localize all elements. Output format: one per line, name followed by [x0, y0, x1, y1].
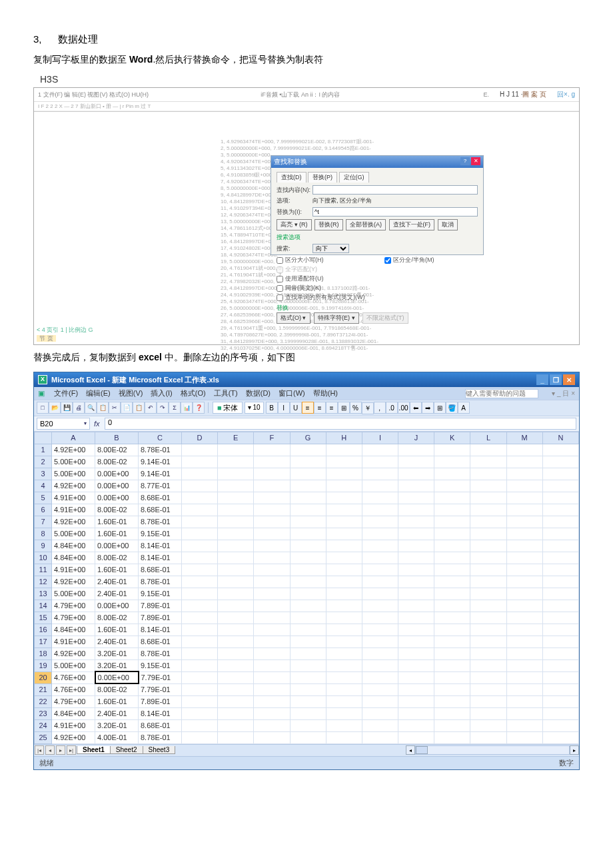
tab-nav-prev[interactable]: ◂ [45, 745, 55, 755]
cell[interactable]: 8.78E-01 [139, 731, 182, 743]
row-header[interactable]: 24 [35, 719, 52, 731]
cell[interactable] [434, 636, 470, 648]
cell[interactable] [542, 636, 578, 648]
cell[interactable]: 8.78E-01 [139, 516, 182, 528]
cell[interactable] [326, 588, 362, 600]
cell[interactable]: 4.91E+00 [52, 564, 95, 576]
cell[interactable] [182, 671, 218, 683]
format-icon[interactable]: ⊞ [338, 402, 350, 414]
cell[interactable] [182, 540, 218, 552]
cell[interactable]: 8.68E-01 [139, 636, 182, 648]
cell[interactable] [506, 659, 542, 671]
row-header[interactable]: 23 [35, 707, 52, 719]
cell[interactable] [398, 576, 434, 588]
font-size-select[interactable]: ▾ 10 [245, 402, 264, 414]
excel-grid[interactable]: ABCDEFGHIJKLMN 14.92E+008.00E-028.78E-01… [34, 432, 579, 744]
cell[interactable]: 8.00E-02 [95, 552, 139, 564]
cell[interactable] [434, 480, 470, 492]
cell[interactable]: 0.00E+00 [95, 492, 139, 504]
cell[interactable]: 0.00E+00 [95, 480, 139, 492]
cell[interactable] [254, 636, 290, 648]
format-icon[interactable]: A [458, 402, 470, 414]
cell[interactable] [470, 671, 506, 683]
cell[interactable] [254, 552, 290, 564]
cell[interactable] [542, 540, 578, 552]
cell[interactable]: 4.84E+00 [52, 540, 95, 552]
cell[interactable] [182, 444, 218, 456]
cell[interactable] [182, 695, 218, 707]
cell[interactable]: 8.14E-01 [139, 707, 182, 719]
tab-goto[interactable]: 定位(G) [339, 172, 369, 183]
cell[interactable] [254, 624, 290, 636]
cell[interactable] [506, 636, 542, 648]
cell[interactable] [362, 659, 398, 671]
toolbar-icon[interactable]: 🖨 [73, 402, 85, 414]
menu-item[interactable]: 数据(D) [246, 389, 271, 397]
cell[interactable] [362, 468, 398, 480]
cell[interactable]: 8.68E-01 [139, 504, 182, 516]
row-header[interactable]: 7 [35, 516, 52, 528]
cell[interactable] [398, 588, 434, 600]
cell[interactable] [434, 648, 470, 659]
cell[interactable] [362, 504, 398, 516]
col-header[interactable]: G [290, 432, 326, 444]
cell[interactable] [398, 659, 434, 671]
cell[interactable] [254, 516, 290, 528]
cell[interactable] [326, 624, 362, 636]
cell[interactable] [182, 492, 218, 504]
cell[interactable] [506, 624, 542, 636]
cell[interactable] [434, 683, 470, 695]
cell[interactable] [218, 600, 254, 612]
cell[interactable] [542, 468, 578, 480]
cell[interactable] [398, 695, 434, 707]
cell[interactable] [506, 648, 542, 659]
cell[interactable]: 4.91E+00 [52, 504, 95, 516]
cell[interactable]: 8.14E-01 [139, 624, 182, 636]
cell[interactable] [362, 492, 398, 504]
cell[interactable]: 8.68E-01 [139, 492, 182, 504]
cell[interactable] [506, 492, 542, 504]
cell[interactable]: 8.78E-01 [139, 648, 182, 659]
row-header[interactable]: 2 [35, 456, 52, 468]
cell[interactable] [182, 552, 218, 564]
cell[interactable]: 1.60E-01 [95, 695, 139, 707]
cell[interactable] [434, 516, 470, 528]
cell[interactable] [218, 659, 254, 671]
cell[interactable]: 8.78E-01 [139, 576, 182, 588]
format-icon[interactable]: U [290, 402, 302, 414]
format-icon[interactable]: ➡ [422, 402, 434, 414]
cell[interactable]: 4.91E+00 [52, 492, 95, 504]
row-header[interactable]: 4 [35, 480, 52, 492]
cell[interactable] [434, 504, 470, 516]
cell[interactable]: 4.92E+00 [52, 516, 95, 528]
cell[interactable] [290, 659, 326, 671]
cell[interactable]: 4.00E-01 [95, 731, 139, 743]
col-header[interactable]: F [254, 432, 290, 444]
cell[interactable] [182, 648, 218, 659]
col-header[interactable]: B [95, 432, 139, 444]
cell[interactable] [398, 671, 434, 683]
cell[interactable] [218, 671, 254, 683]
cell[interactable] [254, 576, 290, 588]
col-header[interactable]: L [470, 432, 506, 444]
row-header[interactable]: 14 [35, 600, 52, 612]
cell[interactable] [182, 600, 218, 612]
cell[interactable] [254, 659, 290, 671]
cell[interactable]: 8.14E-01 [139, 552, 182, 564]
cell[interactable] [470, 552, 506, 564]
cell[interactable] [254, 468, 290, 480]
cell[interactable] [218, 683, 254, 695]
cell[interactable] [470, 719, 506, 731]
format-icon[interactable]: .0 [386, 402, 398, 414]
cell[interactable] [290, 624, 326, 636]
cell[interactable] [218, 612, 254, 624]
cell[interactable] [542, 564, 578, 576]
cell[interactable]: 8.78E-01 [139, 444, 182, 456]
cell[interactable] [218, 564, 254, 576]
cell[interactable] [254, 731, 290, 743]
cell[interactable]: 0.00E+00 [95, 600, 139, 612]
row-header[interactable]: 5 [35, 492, 52, 504]
cell[interactable] [434, 468, 470, 480]
highlight-button[interactable]: 高亮 ▾ (R) [277, 219, 312, 230]
cell[interactable] [362, 540, 398, 552]
